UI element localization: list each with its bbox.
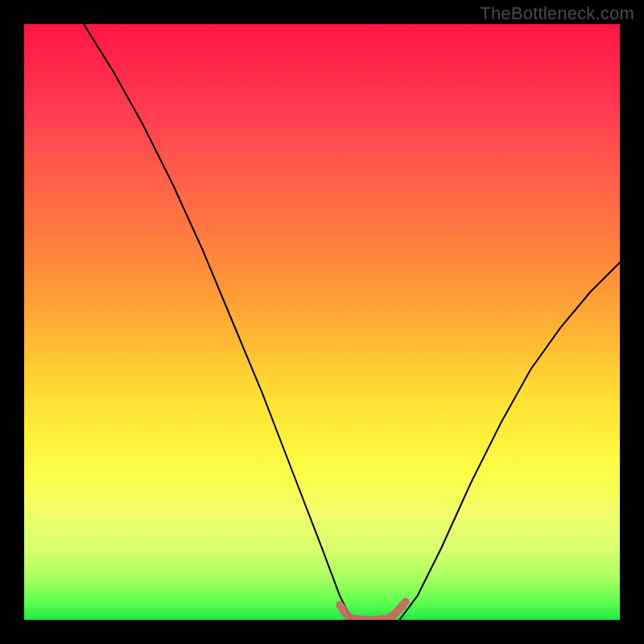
curve-right	[399, 262, 620, 620]
chart-frame: TheBottleneck.com	[0, 0, 644, 644]
chart-svg	[24, 24, 620, 620]
plot-area	[24, 24, 620, 620]
watermark-text: TheBottleneck.com	[480, 3, 634, 24]
curve-left	[84, 24, 352, 620]
bottom-bracket	[340, 602, 405, 620]
